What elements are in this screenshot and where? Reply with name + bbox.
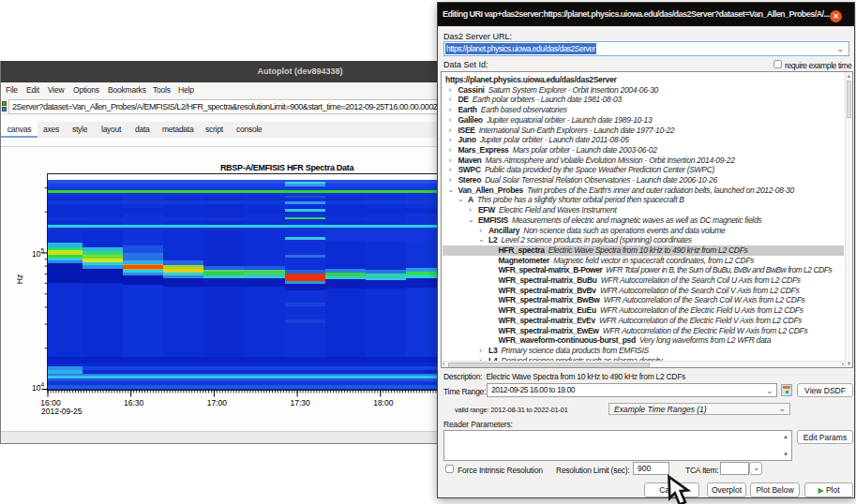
svg-text:17:00: 17:00 (207, 398, 228, 408)
svg-text:16:30: 16:30 (124, 398, 144, 408)
svg-text:2012-09-25: 2012-09-25 (41, 407, 83, 416)
svg-text:18:00: 18:00 (373, 398, 394, 408)
svg-text:Hz: Hz (15, 274, 24, 284)
svg-text:RBSP-A/EMFISIS HFR Spectra Dat: RBSP-A/EMFISIS HFR Spectra Data (220, 163, 355, 172)
svg-text:105: 105 (32, 247, 44, 259)
svg-text:17:30: 17:30 (290, 398, 310, 408)
svg-text:104: 104 (32, 381, 44, 393)
